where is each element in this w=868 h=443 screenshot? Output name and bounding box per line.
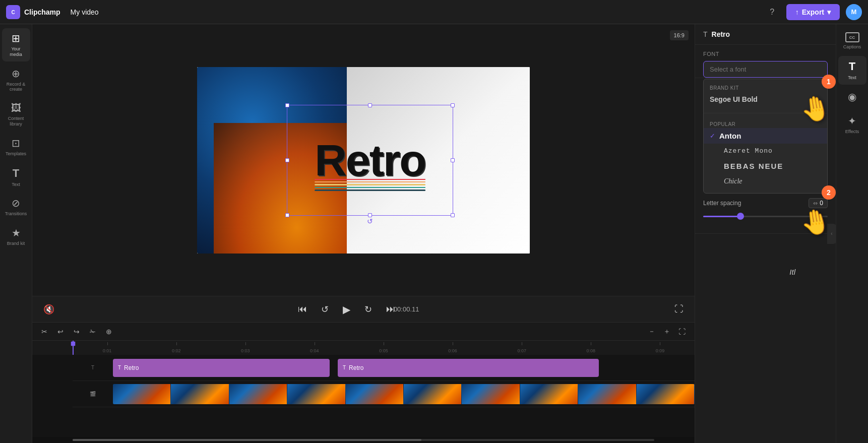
- clip-label-2: Retro: [349, 364, 363, 371]
- preview-background: Retro: [197, 67, 530, 254]
- user-avatar[interactable]: M: [846, 4, 862, 20]
- collapse-panel-handle[interactable]: ‹: [827, 224, 836, 244]
- play-button[interactable]: ▶: [340, 300, 353, 319]
- ruler-mark: 0:04: [280, 342, 349, 353]
- undo-button[interactable]: ↩: [54, 326, 67, 338]
- help-button[interactable]: ?: [764, 4, 780, 20]
- sidebar-item-brand-kit[interactable]: ★ Brand kit: [2, 223, 30, 250]
- panel-title-icon: T: [703, 30, 708, 38]
- redo-button[interactable]: ↪: [71, 326, 83, 338]
- font-item-azeret[interactable]: Azeret Mono: [704, 144, 827, 158]
- ruler-mark: 0:03: [211, 342, 280, 353]
- font-item-segoe[interactable]: Segoe UI Bold: [704, 92, 827, 107]
- templates-icon: ⊡: [12, 137, 20, 149]
- ruler-mark: 0:05: [349, 342, 418, 353]
- your-media-icon: ⊞: [12, 32, 20, 44]
- zoom-out-button[interactable]: －: [645, 325, 658, 338]
- video-track-row: 🎬: [73, 381, 695, 407]
- retro-text-container: Retro: [315, 135, 425, 186]
- zoom-in-button[interactable]: ＋: [660, 325, 673, 338]
- sidebar-item-label-templates: Templates: [6, 151, 26, 157]
- font-input-wrapper: Brand kit Segoe UI Bold Popular ✓ Anton: [703, 61, 828, 78]
- sidebar-item-your-media[interactable]: ⊞ Your media: [2, 28, 30, 61]
- fullscreen-button[interactable]: ⛶: [671, 301, 687, 318]
- stripe-5: [315, 189, 425, 191]
- text-clips-container: T Retro T Retro: [113, 359, 695, 377]
- sidebar-item-content-library[interactable]: 🖼 Content library: [2, 98, 30, 131]
- film-frame: [404, 384, 462, 404]
- letter-slider-thumb[interactable]: [737, 213, 744, 220]
- svg-text:C: C: [11, 10, 15, 15]
- scrollbar-thumb[interactable]: [73, 439, 421, 441]
- sidebar-item-templates[interactable]: ⊡ Templates: [2, 133, 30, 161]
- sidebar-item-transitions[interactable]: ⊘ Transitions: [2, 193, 30, 221]
- duplicate-button[interactable]: ⊕: [103, 326, 115, 338]
- sidebar-item-captions[interactable]: CC Captions: [838, 28, 866, 54]
- stripe-3: [315, 184, 425, 185]
- text-clip-retro-2[interactable]: T Retro: [338, 359, 599, 377]
- font-search-input[interactable]: [703, 61, 828, 78]
- sidebar-item-label-content-library: Content library: [5, 116, 27, 127]
- zoom-controls: － ＋ ⛶: [645, 325, 689, 338]
- film-frame: [113, 384, 171, 404]
- preview-area: 16:9 ✏ ○ Anton ▾ 132 ▾ ···: [32, 24, 695, 296]
- sidebar-item-label-your-media: Your media: [5, 46, 27, 57]
- right-panel: T Retro Font Brand kit Segoe UI Bold: [695, 24, 836, 443]
- captions-icon: CC: [845, 32, 859, 42]
- letter-slider-track: [703, 216, 828, 217]
- font-item-bebas[interactable]: BEBAS NEUE: [704, 158, 827, 174]
- sidebar-item-color-panel[interactable]: ◉: [838, 87, 866, 109]
- timeline-scrollbar[interactable]: [32, 437, 695, 443]
- letter-spacing-slider[interactable]: [703, 211, 828, 221]
- video-filmstrip[interactable]: [113, 384, 695, 404]
- skip-back-button[interactable]: ⏮: [295, 301, 310, 318]
- ruler-mark: 0:01: [73, 342, 142, 353]
- font-item-label-chicle: Chicle: [724, 177, 742, 185]
- time-display: 00:00.11: [394, 305, 419, 313]
- video-title[interactable]: My video: [67, 6, 103, 18]
- brand-kit-section: Brand kit Segoe UI Bold: [704, 79, 827, 111]
- export-icon: ↑: [795, 8, 799, 16]
- ruler-mark: 0:06: [418, 342, 487, 353]
- topbar: C Clipchamp My video ? ↑ Export ▾ M: [0, 0, 868, 24]
- effects-icon: ✦: [848, 115, 856, 127]
- sidebar-item-record-create[interactable]: ⊕ Record & create: [2, 64, 30, 97]
- ruler-mark: 0:09: [626, 342, 695, 353]
- text-panel-label: Text: [848, 75, 856, 81]
- split-tool-button[interactable]: ✂: [38, 326, 50, 338]
- forward-5s-button[interactable]: ↻: [361, 301, 375, 318]
- clip-text-icon: T: [118, 365, 121, 370]
- panel-title: Retro: [712, 30, 730, 38]
- font-item-anton[interactable]: ✓ Anton: [704, 128, 827, 144]
- sidebar-item-text[interactable]: T Text: [2, 163, 30, 192]
- preview-canvas: Retro: [197, 67, 530, 254]
- text-track-row: T T Retro T Retro: [73, 355, 695, 381]
- sidebar-item-text-panel[interactable]: T Text: [838, 56, 866, 85]
- export-button[interactable]: ↑ Export ▾: [786, 4, 840, 20]
- mute-button[interactable]: 🔇: [40, 301, 57, 318]
- film-frame: [520, 384, 578, 404]
- clip-text-icon-2: T: [343, 365, 346, 370]
- font-item-chicle[interactable]: Chicle: [704, 174, 827, 189]
- font-section: Font Brand kit Segoe UI Bold Popular: [695, 45, 836, 78]
- film-frame: [578, 384, 636, 404]
- fit-button[interactable]: ⛶: [675, 326, 689, 338]
- check-icon: ✓: [710, 132, 715, 140]
- film-frame: [171, 384, 229, 404]
- captions-label: Captions: [843, 44, 861, 50]
- playhead[interactable]: [73, 341, 74, 355]
- left-sidebar: ⊞ Your media ⊕ Record & create 🖼 Content…: [0, 24, 32, 443]
- cut-button[interactable]: ✁: [87, 326, 99, 338]
- sidebar-item-label-text: Text: [12, 182, 20, 187]
- panel-header: T Retro: [695, 24, 836, 45]
- rewind-5s-button[interactable]: ↺: [318, 301, 332, 318]
- timeline-toolbar: ✂ ↩ ↪ ✁ ⊕ － ＋ ⛶: [32, 323, 695, 341]
- film-frame: [462, 384, 520, 404]
- text-clip-retro-1[interactable]: T Retro: [113, 359, 330, 377]
- font-separator: [704, 113, 827, 113]
- sidebar-item-label-brand-kit: Brand kit: [7, 241, 25, 246]
- font-item-label-bebas: BEBAS NEUE: [724, 162, 783, 170]
- center-panel: 16:9 ✏ ○ Anton ▾ 132 ▾ ···: [32, 24, 695, 443]
- font-section-title: Font: [703, 51, 828, 57]
- sidebar-item-effects[interactable]: ✦ Effects: [838, 111, 866, 139]
